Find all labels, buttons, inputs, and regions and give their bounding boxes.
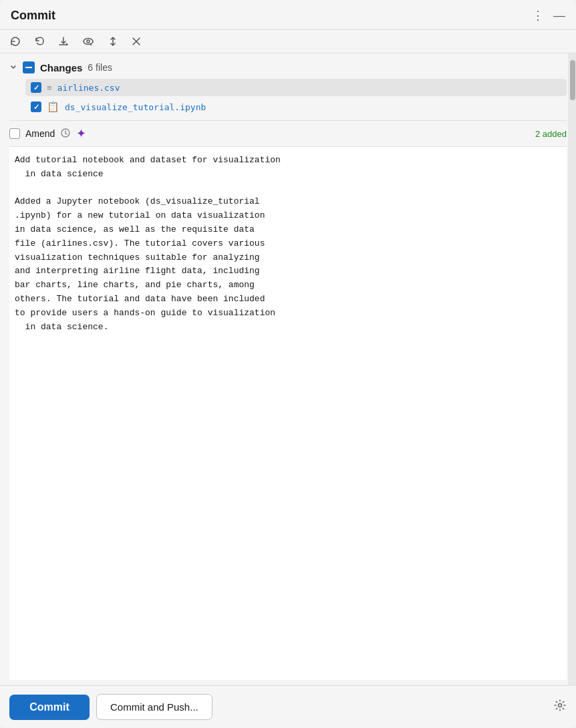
checkbox-check-icon: ✓: [33, 83, 39, 92]
commit-button[interactable]: Commit: [9, 695, 90, 720]
added-badge: 2 added: [535, 129, 567, 139]
file-list: ✓ ≡ airlines.csv ✓ 📋 ds_visualize_tutori…: [25, 79, 567, 116]
notebook-file-icon: 📋: [47, 101, 59, 113]
amend-label: Amend: [25, 128, 55, 139]
window-title: Commit: [11, 9, 55, 23]
download-icon[interactable]: [57, 35, 69, 47]
amend-checkbox[interactable]: [9, 128, 20, 139]
notebook-filename: ds_visualize_tutorial.ipynb: [65, 102, 206, 112]
file-item-notebook[interactable]: ✓ 📋 ds_visualize_tutorial.ipynb: [25, 98, 567, 116]
titlebar-controls: ⋮ —: [532, 8, 565, 23]
svg-point-1: [87, 40, 90, 43]
changes-chevron-icon[interactable]: [9, 63, 17, 73]
titlebar: Commit ⋮ —: [0, 0, 576, 30]
changes-label: Changes: [40, 62, 82, 73]
file-item-airlines[interactable]: ✓ ≡ airlines.csv: [25, 79, 567, 96]
main-content: Changes 6 files ✓ ≡ airlines.csv ✓: [0, 53, 576, 685]
notebook-checkbox[interactable]: ✓: [31, 102, 41, 112]
airlines-checkbox[interactable]: ✓: [31, 82, 41, 93]
checkbox-check-icon-2: ✓: [33, 103, 39, 112]
toolbar: [0, 30, 576, 53]
changes-section: Changes 6 files ✓ ≡ airlines.csv ✓: [0, 53, 576, 120]
changes-header: Changes 6 files: [9, 61, 567, 73]
scrollbar-thumb[interactable]: [570, 60, 575, 100]
eye-icon[interactable]: [82, 35, 95, 47]
commit-push-button[interactable]: Commit and Push...: [96, 694, 212, 720]
svg-point-0: [84, 39, 93, 45]
changes-folder-icon: [23, 61, 35, 73]
commit-window: Commit ⋮ —: [0, 0, 576, 728]
sparkle-icon[interactable]: ✦: [76, 126, 86, 141]
svg-point-3: [559, 704, 562, 707]
bottom-bar: Commit Commit and Push...: [0, 685, 576, 728]
commit-message-input[interactable]: Add tutorial notebook and dataset for vi…: [9, 147, 567, 680]
changes-count: 6 files: [88, 62, 112, 73]
close-icon[interactable]: [131, 36, 142, 47]
history-icon[interactable]: [60, 128, 71, 140]
changes-icon-bar: [25, 67, 32, 68]
airlines-filename: airlines.csv: [57, 83, 120, 93]
file-lines-icon: ≡: [47, 83, 52, 93]
refresh-icon[interactable]: [9, 35, 21, 47]
settings-icon[interactable]: [553, 699, 567, 715]
minimize-icon[interactable]: —: [553, 9, 565, 23]
amend-row: Amend ✦ 2 added: [0, 121, 576, 146]
sort-icon[interactable]: [107, 35, 119, 47]
undo-icon[interactable]: [33, 35, 45, 47]
scrollbar-track[interactable]: [568, 53, 576, 685]
more-icon[interactable]: ⋮: [532, 8, 544, 23]
